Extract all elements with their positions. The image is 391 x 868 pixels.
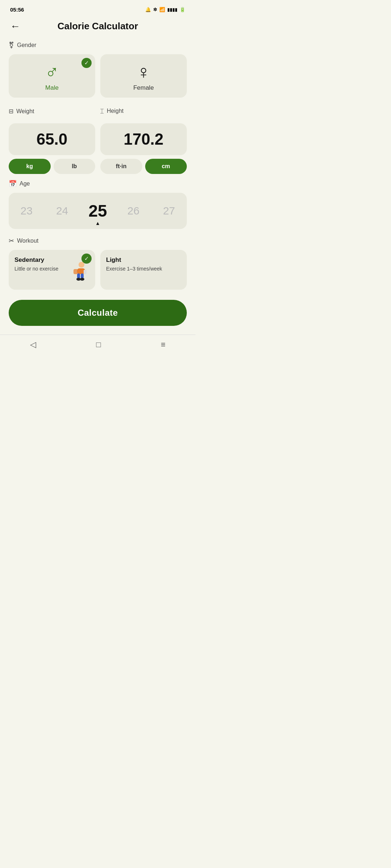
- female-label: Female: [133, 84, 154, 92]
- age-23: 23: [9, 205, 44, 217]
- status-time: 05:56: [10, 7, 24, 13]
- height-label-text: Height: [107, 108, 123, 114]
- height-icon: ⌶: [100, 108, 104, 114]
- weight-value: 65.0: [37, 130, 68, 148]
- workout-options: ✓ Sedentary Little or no exercise: [9, 250, 187, 290]
- age-25-selected: 25: [80, 201, 115, 221]
- male-label: Male: [45, 84, 59, 92]
- weight-col: 65.0 kg lb: [9, 123, 95, 174]
- age-caret-icon: ▲: [95, 220, 100, 226]
- gender-female-card[interactable]: ♀ Female: [100, 54, 187, 98]
- gender-section: ⚧ Gender ✓ ♂ Male ♀ Female: [9, 41, 187, 98]
- weight-unit-toggle: kg lb: [9, 159, 95, 174]
- age-27: 27: [151, 205, 187, 217]
- wifi-icon: 📶: [159, 7, 165, 12]
- calculate-button[interactable]: Calculate: [9, 300, 187, 326]
- svg-point-7: [80, 278, 84, 281]
- age-numbers: 23 24 25 26 27: [9, 201, 187, 221]
- light-title: Light: [106, 256, 181, 264]
- svg-rect-2: [73, 269, 78, 274]
- age-scroll-box[interactable]: 23 24 25 26 27 ▲: [9, 193, 187, 229]
- age-label-text: Age: [20, 180, 30, 187]
- age-icon: 📅: [9, 180, 17, 188]
- weight-kg-button[interactable]: kg: [9, 159, 51, 174]
- workout-sedentary-card[interactable]: ✓ Sedentary Little or no exercise: [9, 250, 95, 290]
- light-desc: Exercise 1–3 times/week: [106, 265, 181, 273]
- nav-back-icon[interactable]: ◁: [30, 340, 36, 349]
- svg-rect-4: [81, 273, 84, 278]
- gender-icon: ⚧: [9, 41, 14, 49]
- workout-label: ✂ Workout: [9, 237, 187, 245]
- height-ftin-button[interactable]: ft·in: [100, 159, 142, 174]
- nav-home-icon[interactable]: □: [96, 340, 101, 349]
- weight-value-box[interactable]: 65.0: [9, 123, 95, 155]
- bluetooth-icon: ✲: [153, 7, 157, 12]
- calculate-btn-wrap: Calculate: [0, 300, 196, 335]
- signal-icon: ▮▮▮▮: [167, 7, 177, 12]
- height-value: 170.2: [123, 130, 163, 148]
- svg-point-0: [79, 262, 84, 268]
- gender-male-card[interactable]: ✓ ♂ Male: [9, 54, 95, 98]
- page-title: Calorie Calculator: [20, 21, 175, 32]
- height-col: 170.2 ft·in cm: [100, 123, 187, 174]
- workout-section: ✂ Workout ✓ Sedentary Little or no exerc…: [9, 237, 187, 290]
- female-symbol: ♀: [136, 63, 151, 81]
- gender-label-text: Gender: [17, 42, 36, 48]
- status-icons: 🔔 ✲ 📶 ▮▮▮▮ 🔋: [145, 7, 185, 12]
- gender-label: ⚧ Gender: [9, 41, 187, 49]
- alarm-icon: 🔔: [145, 7, 151, 12]
- height-label-wrap: ⌶ Height: [100, 106, 187, 120]
- svg-rect-3: [77, 273, 80, 278]
- wh-labels-row: ⊟ Weight ⌶ Height: [9, 106, 187, 120]
- age-section: 📅 Age 23 24 25 26 27 ▲: [9, 180, 187, 229]
- weight-height-section: 65.0 kg lb 170.2 ft·in cm: [9, 123, 187, 174]
- weight-lb-button[interactable]: lb: [54, 159, 96, 174]
- status-bar: 05:56 🔔 ✲ 📶 ▮▮▮▮ 🔋: [0, 0, 196, 16]
- height-value-box[interactable]: 170.2: [100, 123, 187, 155]
- male-symbol: ♂: [45, 63, 59, 81]
- content-area: ⚧ Gender ✓ ♂ Male ♀ Female ⊟ Weight: [0, 41, 196, 290]
- workout-label-text: Workout: [17, 238, 38, 244]
- male-check-badge: ✓: [81, 58, 92, 68]
- bottom-nav: ◁ □ ≡: [0, 335, 196, 356]
- weight-label-wrap: ⊟ Weight: [9, 106, 95, 120]
- height-label: ⌶ Height: [100, 108, 187, 114]
- svg-rect-5: [84, 270, 87, 274]
- gender-options: ✓ ♂ Male ♀ Female: [9, 54, 187, 98]
- weight-label-text: Weight: [16, 108, 34, 115]
- nav-menu-icon[interactable]: ≡: [161, 340, 165, 349]
- workout-icon: ✂: [9, 237, 14, 245]
- workout-light-card[interactable]: Light Exercise 1–3 times/week: [100, 250, 187, 290]
- age-24: 24: [44, 205, 80, 217]
- sedentary-illustration: [69, 261, 90, 286]
- height-cm-button[interactable]: cm: [145, 159, 187, 174]
- header: ← Calorie Calculator: [0, 16, 196, 39]
- weight-label: ⊟ Weight: [9, 108, 95, 115]
- weight-icon: ⊟: [9, 108, 13, 115]
- battery-icon: 🔋: [180, 7, 185, 12]
- back-button[interactable]: ←: [10, 21, 20, 31]
- age-label: 📅 Age: [9, 180, 187, 188]
- age-26: 26: [115, 205, 151, 217]
- height-unit-toggle: ft·in cm: [100, 159, 187, 174]
